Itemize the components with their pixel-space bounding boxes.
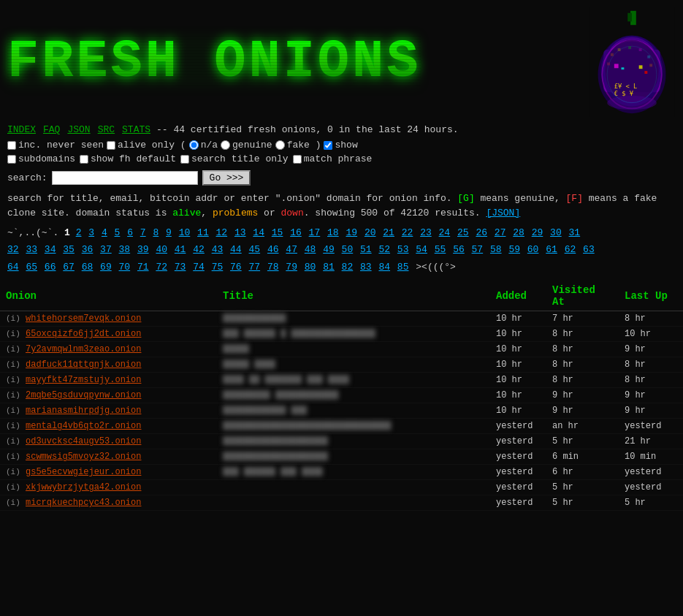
page-7[interactable]: 7 [140,227,146,238]
page-80[interactable]: 80 [305,262,316,273]
inc-never-seen-option[interactable]: inc. never seen [7,140,104,151]
page-2[interactable]: 2 [76,227,82,238]
info-link[interactable]: (i) [6,345,20,354]
page-70[interactable]: 70 [119,262,131,273]
page-55[interactable]: 55 [435,244,446,255]
search-button[interactable]: Go >>> [202,170,251,186]
page-26[interactable]: 26 [476,227,487,238]
page-44[interactable]: 44 [230,244,242,255]
nav-index[interactable]: INDEX [7,124,36,135]
page-82[interactable]: 82 [342,262,354,273]
page-53[interactable]: 53 [397,244,409,255]
page-9[interactable]: 9 [166,227,172,238]
page-33[interactable]: 33 [26,244,37,255]
page-36[interactable]: 36 [82,244,94,255]
nav-faq[interactable]: FAQ [43,124,60,135]
info-link[interactable]: (i) [6,376,20,384]
genuine-radio-option[interactable]: genuine [221,140,272,151]
page-13[interactable]: 13 [234,227,246,238]
onion-link[interactable]: dadfuck11qttgnjk.onion [26,360,141,370]
onion-link[interactable]: od3uvcksc4augv53.onion [26,436,141,446]
onion-link[interactable]: mayyfkt47zmstujy.onion [26,375,141,385]
page-83[interactable]: 83 [360,262,372,273]
info-link[interactable]: (i) [6,391,20,400]
page-63[interactable]: 63 [583,244,595,255]
page-38[interactable]: 38 [119,244,131,255]
page-32[interactable]: 32 [7,244,19,255]
page-46[interactable]: 46 [267,244,279,255]
page-50[interactable]: 50 [342,244,354,255]
match-phrase-checkbox[interactable] [293,155,302,164]
page-34[interactable]: 34 [45,244,56,255]
page-67[interactable]: 67 [63,262,75,273]
page-54[interactable]: 54 [416,244,427,255]
nav-src[interactable]: SRC [98,124,115,135]
info-link[interactable]: (i) [6,483,20,492]
json-link[interactable]: [JSON] [486,208,520,218]
page-84[interactable]: 84 [378,262,390,273]
page-71[interactable]: 71 [137,262,149,273]
page-77[interactable]: 77 [248,262,260,273]
page-79[interactable]: 79 [286,262,297,273]
alive-only-checkbox[interactable] [107,141,115,150]
page-75[interactable]: 75 [212,262,224,273]
search-title-only-checkbox[interactable] [180,155,189,164]
page-65[interactable]: 65 [26,262,37,273]
na-radio-option[interactable]: n/a [189,140,218,151]
page-27[interactable]: 27 [495,227,506,238]
onion-link[interactable]: gs5e5ecvwgiejeur.onion [26,467,141,477]
page-49[interactable]: 49 [323,244,335,255]
page-12[interactable]: 12 [216,227,228,238]
page-40[interactable]: 40 [156,244,167,255]
page-30[interactable]: 30 [550,227,562,238]
page-62[interactable]: 62 [565,244,576,255]
page-42[interactable]: 42 [193,244,205,255]
page-81[interactable]: 81 [323,262,335,273]
page-11[interactable]: 11 [197,227,209,238]
page-72[interactable]: 72 [156,262,167,273]
page-20[interactable]: 20 [365,227,376,238]
page-10[interactable]: 10 [179,227,191,238]
page-31[interactable]: 31 [569,227,581,238]
page-5[interactable]: 5 [115,227,121,238]
nav-json[interactable]: JSON [67,124,90,135]
page-73[interactable]: 73 [175,262,186,273]
page-59[interactable]: 59 [508,244,520,255]
onion-link[interactable]: 2mqbe5gsduvqpynw.onion [26,390,141,400]
page-78[interactable]: 78 [267,262,279,273]
fake-radio[interactable] [275,140,285,150]
page-51[interactable]: 51 [360,244,372,255]
page-22[interactable]: 22 [402,227,413,238]
page-17[interactable]: 17 [309,227,321,238]
inc-never-seen-checkbox[interactable] [7,141,16,150]
page-18[interactable]: 18 [327,227,339,238]
nav-stats[interactable]: STATS [122,124,150,135]
page-15[interactable]: 15 [272,227,283,238]
info-link[interactable]: (i) [6,406,20,415]
page-35[interactable]: 35 [63,244,75,255]
info-link[interactable]: (i) [6,452,20,461]
page-41[interactable]: 41 [175,244,186,255]
page-64[interactable]: 64 [7,262,19,273]
onion-link[interactable]: scwmwsig5mvoyz32.onion [26,452,141,462]
page-23[interactable]: 23 [420,227,432,238]
page-85[interactable]: 85 [397,262,409,273]
onion-link[interactable]: xkjwwybrzjytga42.onion [26,482,141,493]
page-8[interactable]: 8 [153,227,159,238]
page-37[interactable]: 37 [100,244,112,255]
info-link[interactable]: (i) [6,314,20,323]
info-link[interactable]: (i) [6,437,20,446]
fake-radio-option[interactable]: fake ) [275,140,321,151]
info-link[interactable]: (i) [6,330,20,338]
na-radio[interactable] [189,140,199,150]
page-57[interactable]: 57 [472,244,484,255]
onion-link[interactable]: marianasmihrpdjg.onion [26,406,141,416]
onion-link[interactable]: whitehorsem7evqk.onion [26,313,141,324]
search-title-only-option[interactable]: search title only [180,153,289,164]
page-16[interactable]: 16 [290,227,302,238]
page-4[interactable]: 4 [102,227,107,238]
page-24[interactable]: 24 [439,227,451,238]
show-fh-default-option[interactable]: show fh default [80,153,176,164]
page-56[interactable]: 56 [453,244,465,255]
show-checkbox[interactable] [324,141,332,150]
